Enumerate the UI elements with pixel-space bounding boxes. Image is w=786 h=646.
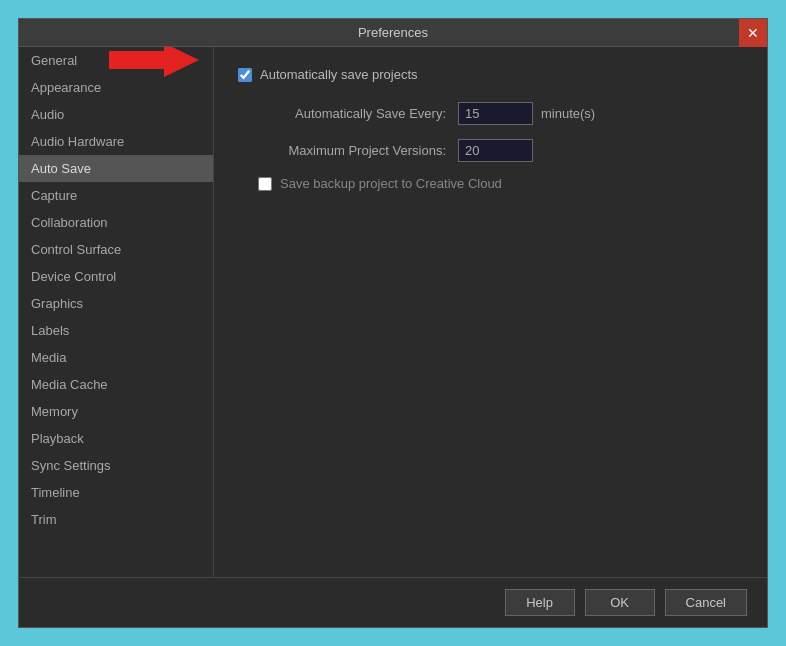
dialog-footer: Help OK Cancel xyxy=(19,577,767,627)
auto-save-checkbox[interactable] xyxy=(238,68,252,82)
help-button[interactable]: Help xyxy=(505,589,575,616)
arrow-indicator xyxy=(109,47,199,80)
close-button[interactable]: ✕ xyxy=(739,19,767,47)
title-bar: Preferences ✕ xyxy=(19,19,767,47)
sidebar: GeneralAppearanceAudioAudio HardwareAuto… xyxy=(19,47,214,577)
sidebar-item-memory[interactable]: Memory xyxy=(19,398,213,425)
save-every-label: Automatically Save Every: xyxy=(258,106,458,121)
cancel-button[interactable]: Cancel xyxy=(665,589,747,616)
backup-label: Save backup project to Creative Cloud xyxy=(280,176,502,191)
save-every-row: Automatically Save Every: minute(s) xyxy=(238,102,743,125)
svg-marker-0 xyxy=(109,47,199,77)
content-area: Automatically save projects Automaticall… xyxy=(214,47,767,577)
save-every-unit: minute(s) xyxy=(541,106,595,121)
sidebar-item-playback[interactable]: Playback xyxy=(19,425,213,452)
backup-row: Save backup project to Creative Cloud xyxy=(238,176,743,191)
sidebar-item-collaboration[interactable]: Collaboration xyxy=(19,209,213,236)
sidebar-item-audio-hardware[interactable]: Audio Hardware xyxy=(19,128,213,155)
dialog-body: GeneralAppearanceAudioAudio HardwareAuto… xyxy=(19,47,767,577)
max-versions-label: Maximum Project Versions: xyxy=(258,143,458,158)
sidebar-item-labels[interactable]: Labels xyxy=(19,317,213,344)
backup-checkbox[interactable] xyxy=(258,177,272,191)
sidebar-item-sync-settings[interactable]: Sync Settings xyxy=(19,452,213,479)
sidebar-item-graphics[interactable]: Graphics xyxy=(19,290,213,317)
sidebar-item-auto-save[interactable]: Auto Save xyxy=(19,155,213,182)
save-every-input[interactable] xyxy=(458,102,533,125)
dialog-title: Preferences xyxy=(358,25,428,40)
sidebar-item-media-cache[interactable]: Media Cache xyxy=(19,371,213,398)
auto-save-label: Automatically save projects xyxy=(260,67,418,82)
sidebar-item-control-surface[interactable]: Control Surface xyxy=(19,236,213,263)
auto-save-checkbox-row: Automatically save projects xyxy=(238,67,743,82)
max-versions-input[interactable] xyxy=(458,139,533,162)
sidebar-item-trim[interactable]: Trim xyxy=(19,506,213,533)
max-versions-row: Maximum Project Versions: xyxy=(238,139,743,162)
preferences-dialog: Preferences ✕ GeneralAppearanceAudioAudi… xyxy=(18,18,768,628)
sidebar-item-device-control[interactable]: Device Control xyxy=(19,263,213,290)
sidebar-item-timeline[interactable]: Timeline xyxy=(19,479,213,506)
sidebar-item-capture[interactable]: Capture xyxy=(19,182,213,209)
sidebar-item-media[interactable]: Media xyxy=(19,344,213,371)
ok-button[interactable]: OK xyxy=(585,589,655,616)
sidebar-item-audio[interactable]: Audio xyxy=(19,101,213,128)
